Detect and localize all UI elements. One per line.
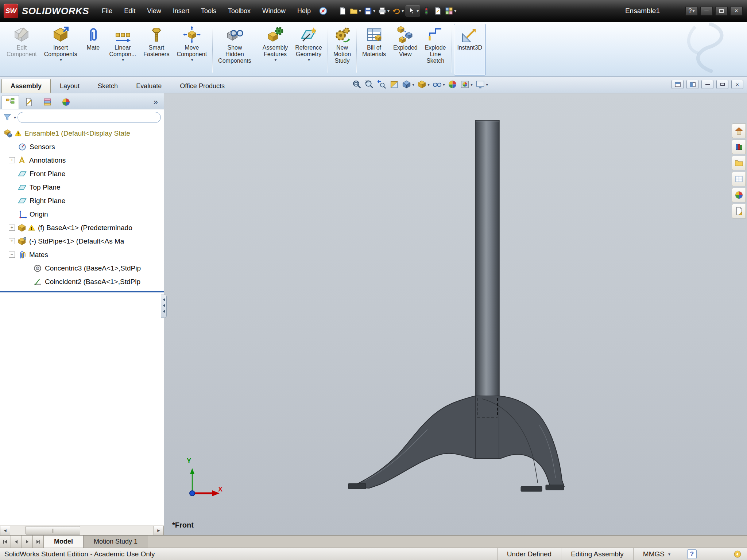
menu-window[interactable]: Window — [257, 5, 291, 18]
options-button[interactable]: ▾ — [444, 5, 457, 16]
help-button[interactable]: ?▾ — [685, 6, 698, 16]
tree-item-right-plane[interactable]: Right Plane — [0, 194, 164, 207]
tree-item-sensors[interactable]: Sensors — [0, 140, 164, 153]
document-close-button[interactable]: × — [731, 80, 743, 89]
propertymanager-tab[interactable] — [20, 95, 38, 109]
graphics-viewport[interactable]: Y X *Front — [164, 93, 747, 535]
taskpane-appearances-tab[interactable] — [732, 188, 746, 202]
previous-view-button[interactable] — [377, 79, 387, 89]
taskpane-design-library-tab[interactable] — [732, 140, 746, 154]
tab-layout[interactable]: Layout — [51, 79, 89, 93]
motion-study-tab[interactable]: Motion Study 1 — [84, 536, 148, 548]
display-style-button[interactable]: ▾ — [417, 79, 430, 89]
view-settings-button[interactable]: ▾ — [475, 79, 488, 89]
task-pane-toggle-button[interactable] — [733, 550, 742, 559]
edit-appearance-button[interactable] — [448, 79, 457, 89]
ribbon-button-edit-component[interactable]: Edit Component — [3, 24, 40, 75]
file-properties-button[interactable] — [433, 5, 443, 16]
ribbon-button-mate[interactable]: Mate — [81, 24, 105, 75]
previous-tab-button[interactable] — [11, 536, 22, 548]
ribbon-button-move-component[interactable]: Move Component ▾ — [173, 24, 210, 75]
window-arrange-left-button[interactable] — [671, 80, 684, 89]
tree-filter-input[interactable] — [18, 112, 161, 123]
menu-insert[interactable]: Insert — [167, 5, 195, 18]
tree-item-top-plane[interactable]: Top Plane — [0, 180, 164, 194]
apply-scene-button[interactable]: ▾ — [460, 79, 473, 89]
ribbon-button-explode-line-sketch[interactable]: Explode Line Sketch — [421, 24, 450, 75]
stdpipe-part[interactable] — [475, 120, 499, 397]
menu-edit[interactable]: Edit — [119, 5, 141, 18]
tree-item-front-plane[interactable]: Front Plane — [0, 167, 164, 180]
units-selector[interactable]: MMGS▾ — [633, 548, 680, 560]
tree-item-annotations[interactable]: + Annotations — [0, 153, 164, 167]
view-orientation-button[interactable]: ▾ — [402, 79, 414, 89]
hide-show-items-button[interactable]: ▾ — [432, 79, 445, 89]
tree-item-mates[interactable]: − Mates — [0, 248, 164, 261]
menu-file[interactable]: File — [96, 5, 118, 18]
menu-view[interactable]: View — [142, 5, 167, 18]
ribbon-button-exploded-view[interactable]: Exploded View — [390, 24, 421, 75]
taskpane-custom-properties-tab[interactable] — [732, 204, 746, 218]
restore-button[interactable] — [715, 6, 728, 16]
scrollbar-track[interactable] — [10, 526, 154, 535]
zoom-fit-button[interactable] — [352, 79, 362, 89]
tree-item-stdpipe[interactable]: + (-) StdPipe<1> (Default<As Ma — [0, 234, 164, 248]
tab-sketch[interactable]: Sketch — [89, 79, 127, 93]
expand-icon[interactable]: + — [9, 157, 15, 163]
print-button[interactable]: ▾ — [377, 5, 390, 16]
taskpane-resources-tab[interactable] — [732, 124, 746, 138]
featuremanager-tab[interactable] — [1, 95, 19, 109]
tab-evaluate[interactable]: Evaluate — [127, 79, 171, 93]
tree-item-basea[interactable]: + (f) BaseA<1> (Predeterminado — [0, 221, 164, 234]
tab-assembly[interactable]: Assembly — [1, 79, 51, 93]
zoom-area-button[interactable] — [364, 79, 374, 89]
minimize-button[interactable]: ─ — [700, 6, 713, 16]
expand-icon[interactable]: + — [9, 225, 15, 231]
quick-tips-help-button[interactable]: ? — [687, 549, 697, 559]
taskpane-file-explorer-tab[interactable] — [732, 156, 746, 170]
undo-button[interactable]: ▾ — [391, 5, 405, 16]
tree-item-assembly-root[interactable]: Ensamble1 (Default<Display State — [0, 127, 164, 140]
taskpane-view-palette-tab[interactable] — [732, 172, 746, 186]
tab-office-products[interactable]: Office Products — [171, 79, 234, 93]
tree-item-coincident2[interactable]: Coincident2 (BaseA<1>,StdPip — [0, 275, 164, 288]
panel-horizontal-scrollbar[interactable]: ◄ ► — [0, 525, 164, 535]
first-tab-button[interactable] — [0, 536, 11, 548]
new-document-button[interactable] — [337, 5, 348, 16]
next-tab-button[interactable] — [22, 536, 33, 548]
select-button[interactable]: ▾ — [406, 5, 420, 16]
ribbon-button-smart-fasteners[interactable]: Smart Fasteners — [140, 24, 173, 75]
basea-part[interactable] — [350, 396, 564, 488]
menu-toolbox[interactable]: Toolbox — [222, 5, 256, 18]
ribbon-button-show-hidden-components[interactable]: Show Hidden Components — [214, 24, 255, 75]
ribbon-button-assembly-features[interactable]: Assembly Features ▾ — [259, 24, 291, 75]
ribbon-button-bill-of-materials[interactable]: Bill of Materials — [359, 24, 390, 75]
rebuild-button[interactable] — [421, 5, 431, 16]
tree-item-concentric3[interactable]: Concentric3 (BaseA<1>,StdPip — [0, 261, 164, 275]
ribbon-button-instant3d[interactable]: Instant3D — [454, 24, 486, 75]
open-button[interactable]: ▾ — [349, 5, 362, 16]
section-view-button[interactable] — [389, 79, 399, 89]
close-button[interactable]: × — [730, 6, 743, 16]
configurationmanager-tab[interactable] — [39, 95, 56, 109]
filter-funnel-icon[interactable] — [3, 113, 12, 122]
document-minimize-button[interactable] — [701, 80, 713, 89]
scrollbar-thumb[interactable] — [26, 526, 80, 534]
tree-item-origin[interactable]: Origin — [0, 207, 164, 221]
menu-help[interactable]: Help — [292, 5, 316, 18]
expand-icon[interactable]: + — [9, 238, 15, 244]
save-button[interactable]: ▾ — [363, 5, 376, 16]
ribbon-button-insert-components[interactable]: Insert Components ▾ — [40, 24, 81, 75]
last-tab-button[interactable] — [33, 536, 44, 548]
scroll-left-button[interactable]: ◄ — [0, 526, 10, 535]
window-arrange-right-button[interactable] — [686, 80, 698, 89]
assembly-3d-model[interactable] — [164, 93, 747, 535]
displaymanager-tab[interactable] — [57, 95, 75, 109]
panel-splitter-handle[interactable] — [161, 295, 167, 318]
collapse-icon[interactable]: − — [9, 252, 15, 258]
ribbon-button-linear-component-pattern[interactable]: Linear Compon... ▾ — [105, 24, 140, 75]
document-restore-button[interactable] — [716, 80, 728, 89]
search-compass-icon[interactable] — [318, 6, 328, 16]
panel-overflow-chevron[interactable]: » — [149, 97, 162, 109]
scroll-right-button[interactable]: ► — [154, 526, 164, 535]
